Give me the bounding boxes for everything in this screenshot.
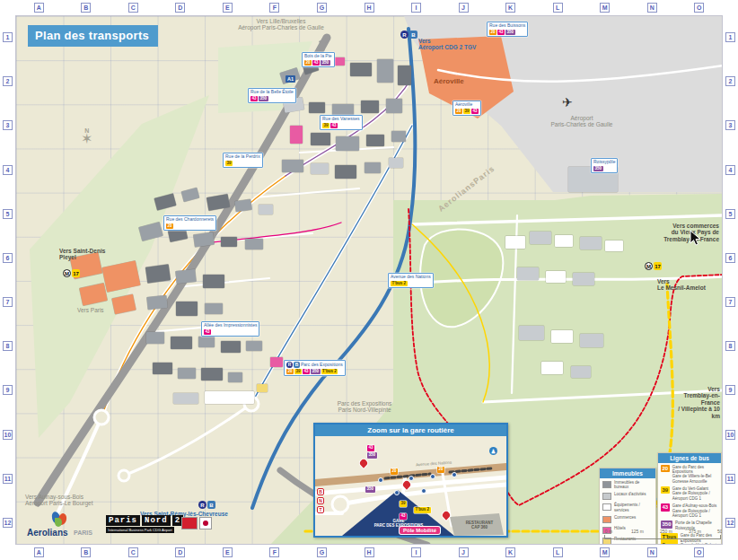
grid-row-12: 12 — [725, 518, 735, 528]
building — [386, 99, 402, 113]
grid-col-I: I — [411, 3, 421, 13]
grid-row-1: 1 — [3, 32, 13, 42]
grid-col-M: M — [600, 3, 610, 13]
bus-stop-label: Bois de la Pie2043350 — [302, 52, 335, 67]
building — [605, 241, 623, 251]
mouse-cursor — [690, 230, 702, 248]
paris-nord-2-subtitle: International Business Park CDG Airport — [106, 527, 174, 533]
legend-building-row: Commerces — [600, 514, 655, 525]
legend-swatch — [602, 481, 611, 488]
bus-stop-text: Rue de la Perdrix — [225, 154, 260, 160]
grid-row-10: 10 — [3, 430, 13, 440]
legend-line-row: 20Gare du Parc des Expositions Gare de V… — [658, 463, 721, 486]
legend-building-row: Locaux d'activités — [600, 491, 655, 502]
inset-badge-43: 43 — [400, 513, 407, 520]
grid-row-4: 4 — [3, 165, 13, 175]
grid-col-O: O — [694, 547, 704, 557]
line-b-icon: B — [409, 31, 417, 39]
bus-stop-badges: 203943 — [455, 109, 479, 114]
scale-bar: 0 m125 m250 m375 m500 m — [604, 529, 721, 539]
m17-icons: M17 — [645, 262, 662, 270]
grid-row-5: 5 — [725, 209, 735, 219]
stop-dot — [378, 477, 383, 483]
compass-north: N ✶ — [81, 127, 92, 144]
map-label: Aéroville — [434, 77, 488, 85]
rer-icon: R — [400, 31, 409, 39]
grid-col-D: D — [175, 3, 185, 13]
inset-body: GARE PARC DES EXPOSITIONSRESTAURANT CAP … — [315, 436, 506, 536]
grid-col-H: H — [365, 3, 374, 13]
line-badge-39: 39 — [225, 161, 233, 166]
legend-line-row: 43Gare d'Aulnay-sous-Bois Gare de Roissy… — [658, 503, 721, 520]
grid-col-F: F — [269, 547, 279, 557]
grid-col-N: N — [647, 547, 657, 557]
bus-stop-name: Rue des Vanesses — [322, 117, 360, 122]
building — [365, 162, 381, 173]
line-badge-350: 350 — [661, 521, 672, 528]
access-icon-B: B — [317, 488, 324, 495]
grid-row-6: 6 — [3, 253, 13, 263]
m17-icons: M17 — [63, 269, 80, 277]
building — [573, 273, 594, 285]
metro-icon: M — [645, 262, 653, 270]
grid-col-B: B — [81, 547, 91, 557]
building — [205, 391, 254, 404]
grid-col-M: M — [600, 547, 610, 557]
inset-badge-39: 39 — [400, 501, 407, 507]
bus-stop-name: Roissypôle — [593, 160, 615, 165]
building — [178, 368, 196, 379]
legend-buildings-title: Immeubles — [600, 468, 655, 478]
building — [270, 357, 283, 367]
grid-col-N: N — [647, 3, 657, 13]
building — [205, 303, 223, 314]
line-badge-43: 43 — [471, 109, 479, 114]
bus-stop-name: Allée des Impressionnistes — [204, 323, 257, 328]
map-label: Vers Lille/Bruxelles Aéroport Paris-Char… — [209, 18, 353, 31]
bus-stop-text: Avenue des Nations — [391, 275, 431, 280]
building — [350, 63, 372, 76]
bus-stop-name: Rue de la Belle Étoile — [250, 90, 294, 95]
stop-dot — [409, 476, 414, 481]
bus-stop-text: Rue des Chardonnerets — [166, 217, 214, 223]
bus-stop-text: Parc des Expositions — [301, 363, 343, 368]
inset-restaurant-label: RESTAURANT CAP 360 — [457, 521, 502, 529]
grid-col-B: B — [81, 3, 91, 13]
building — [246, 341, 262, 351]
pole-mobilite-badge: Pôle Mobilité — [400, 527, 440, 534]
building — [311, 133, 330, 145]
building — [171, 337, 192, 349]
grid-row-11: 11 — [3, 474, 13, 484]
building — [336, 136, 359, 151]
map-label: Vers Le Mesnil-Amelot — [657, 278, 722, 292]
bus-stop-label: RBParc des Expositions203943350T'bus 2 — [284, 360, 346, 376]
grid-col-O: O — [694, 3, 704, 13]
line-badge-43: 43 — [312, 60, 320, 66]
building — [555, 235, 573, 247]
building — [580, 334, 603, 347]
bus-stop-badges: T'bus 2 — [391, 281, 431, 286]
transport-map-page: AABBCCDDEEFFGGHHIIJJKKLLMMNNOO1122334455… — [0, 0, 738, 560]
inset-roundabout — [332, 496, 348, 512]
building — [541, 362, 563, 374]
rer-b-icons: RB — [400, 31, 417, 39]
grid-row-3: 3 — [3, 120, 13, 130]
building — [551, 330, 573, 343]
line-badge-39: 39 — [463, 109, 470, 114]
partner-logos — [181, 517, 212, 529]
building — [571, 366, 591, 378]
building — [398, 66, 411, 85]
bus-stop-badges: 39 — [225, 161, 260, 166]
map-label: Vers Saint-Denis Pleyel — [59, 248, 124, 261]
line-badge-20: 20 — [661, 465, 670, 472]
grid-row-11: 11 — [725, 474, 735, 484]
bus-stop-badges: 43 — [204, 329, 257, 335]
partner-logo-2 — [199, 517, 212, 529]
building — [389, 158, 403, 168]
grid-col-I: I — [411, 547, 421, 557]
building — [580, 237, 602, 249]
grid-col-D: D — [175, 547, 185, 557]
paris-nord-2-segment: Paris — [106, 515, 140, 526]
line-badge-43: 43 — [204, 329, 211, 335]
plane-icons: ✈ — [562, 95, 573, 109]
legend-building-row: Équipements / services — [600, 502, 655, 514]
